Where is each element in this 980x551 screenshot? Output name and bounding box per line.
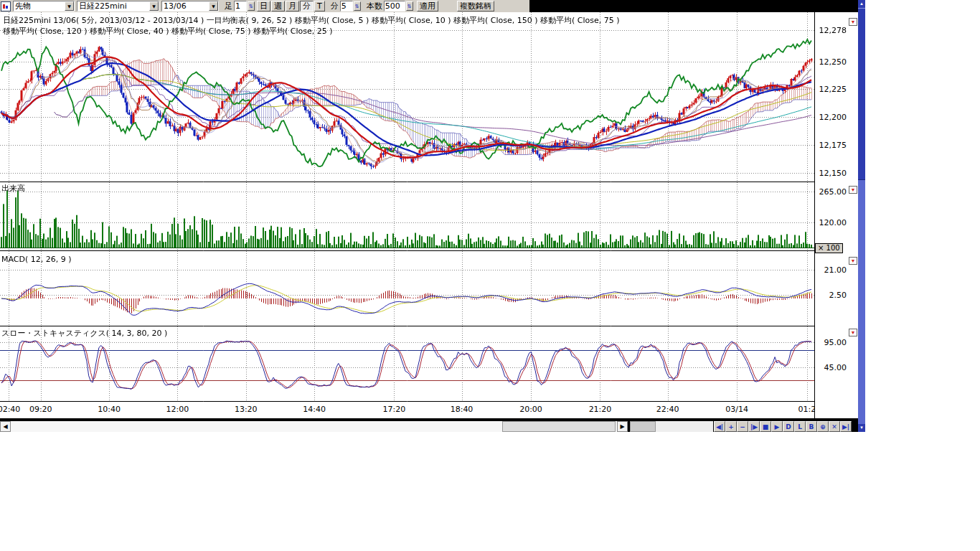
count-input-helper-button[interactable]: ⇅ (406, 1, 413, 11)
minute-input-helper-button[interactable]: ⇅ (354, 1, 361, 11)
time-axis-label: 14:40 (302, 405, 326, 414)
chart-nav-button-6[interactable]: ▶ (771, 421, 783, 432)
app-icon (1, 1, 11, 11)
time-axis-label: 21:20 (588, 405, 612, 414)
chart-nav-button-5[interactable]: ■ (760, 421, 771, 432)
vertical-scrollbar-thumb[interactable] (858, 8, 865, 180)
time-axis-label: 12:00 (165, 405, 189, 414)
period-button-2[interactable]: 週 (271, 1, 285, 11)
horizontal-scrollbar-thumb[interactable] (502, 421, 616, 432)
time-axis-label: 10:40 (97, 405, 121, 414)
price-axis-label: 12,250 (819, 57, 847, 67)
multi-symbol-button[interactable]: 複数銘柄 (457, 1, 494, 11)
instrument-type-value: 先物 (14, 1, 65, 11)
time-axis-label: 09:20 (29, 405, 53, 414)
period-button-5[interactable]: T (314, 1, 325, 11)
price-axis-label: 12,278 (819, 26, 847, 35)
chart-nav-button-4[interactable]: |▶ (748, 421, 760, 432)
vertical-scrollbar[interactable]: ▲ ▼ (858, 0, 865, 432)
chart-nav-button-10[interactable]: ⊕ (817, 421, 829, 432)
instrument-dropdown[interactable]: 日経225mini ▼ (77, 1, 159, 11)
time-axis-label: 02:40 (0, 405, 22, 414)
contract-month-value: 13/06 (162, 1, 209, 11)
minute-input[interactable] (340, 1, 353, 11)
bar-label: 足 (225, 1, 232, 11)
chart-nav-button-1[interactable]: ◀| (714, 421, 725, 432)
chart-region: 日経225mini 13/06( 5分, 2013/03/12 - 2013/0… (0, 12, 814, 418)
bottom-bar: ◀ ▶ ◀|+−|▶■▶DLB⊕✕▶| (0, 421, 858, 432)
macd-axis-label: 21.00 (824, 265, 847, 275)
chevron-down-icon[interactable]: ▼ (65, 1, 74, 11)
volume-axis-label: 120.00 (819, 218, 847, 227)
time-axis-label: 22:40 (656, 405, 680, 414)
chart-nav-button-9[interactable]: B (806, 421, 817, 432)
stoch-axis-label: 95.00 (824, 338, 847, 347)
scroll-right-icon[interactable]: ▶ (617, 421, 628, 432)
time-axis-label: 18:40 (450, 405, 474, 414)
price-axis-label: 12,200 (819, 113, 847, 122)
chart-nav-button-11[interactable]: ✕ (829, 421, 840, 432)
period-button-4[interactable]: 分 (300, 1, 314, 11)
chart-nav-button-3[interactable]: − (737, 421, 748, 432)
macd-axis-label: 2.50 (829, 291, 847, 300)
chevron-down-icon[interactable]: ▼ (209, 1, 218, 11)
stoch-axis-label: 45.00 (824, 363, 847, 372)
period-button-3[interactable]: 月 (286, 1, 299, 11)
chevron-down-icon[interactable]: ▼ (149, 1, 159, 11)
chart-canvas[interactable] (0, 12, 814, 402)
horizontal-scrollbar-track[interactable] (11, 421, 617, 432)
time-axis-label: 17:20 (382, 405, 406, 414)
contract-month-dropdown[interactable]: 13/06 ▼ (161, 1, 219, 11)
pane-scale-button-1[interactable]: ▼ (849, 18, 857, 26)
chart-nav-button-2[interactable]: + (725, 421, 737, 432)
toolbar-controls: 先物 ▼ 日経225mini ▼ 13/06 ▼ 足 ⇅ 日週月分T 分 ⇅ 本… (0, 0, 529, 12)
time-axis-label: 13:20 (234, 405, 258, 414)
minute-label: 分 (331, 1, 339, 11)
pane-scale-button-4[interactable]: ▼ (849, 329, 857, 336)
toolbar: 先物 ▼ 日経225mini ▼ 13/06 ▼ 足 ⇅ 日週月分T 分 ⇅ 本… (0, 0, 858, 12)
chart-nav-button-group: ◀|+−|▶■▶DLB⊕✕▶| (714, 421, 852, 432)
volume-axis-label: 265.00 (819, 187, 847, 197)
secondary-scrollbar-track[interactable] (630, 421, 713, 432)
period-button-1[interactable]: 日 (257, 1, 270, 11)
pane-scale-button-2[interactable]: ▼ (849, 186, 857, 194)
volume-multiplier-badge: × 100 (815, 243, 843, 253)
period-button-group: 日週月分T (256, 1, 325, 11)
price-axis-label: 12,175 (819, 141, 847, 150)
time-axis: 02:4009:2010:4012:0013:2014:4017:2018:40… (0, 402, 814, 418)
chart-nav-button-8[interactable]: L (794, 421, 806, 432)
price-axis-label: 12,225 (819, 85, 847, 94)
bar-input-helper-button[interactable]: ⇅ (248, 1, 255, 11)
time-axis-label: 03/14 (725, 405, 749, 414)
instrument-type-dropdown[interactable]: 先物 ▼ (13, 1, 75, 11)
chart-nav-button-12[interactable]: ▶| (840, 421, 852, 432)
pane-scale-button-3[interactable]: ▼ (849, 257, 857, 265)
bar-input[interactable] (234, 1, 247, 11)
axis-menu-buttons: ▼▼▼▼ (849, 12, 858, 418)
chart-nav-button-7[interactable]: D (783, 421, 794, 432)
time-axis-label: 20:00 (519, 405, 543, 414)
scroll-left-icon[interactable]: ◀ (0, 421, 11, 432)
count-label: 本数 (367, 1, 382, 11)
secondary-scrollbar-thumb[interactable] (630, 421, 656, 432)
scroll-down-icon[interactable]: ▼ (858, 424, 865, 432)
instrument-value: 日経225mini (77, 1, 149, 11)
time-axis-label: 01:2 (795, 405, 814, 414)
apply-button[interactable]: 適用 (417, 1, 438, 11)
scroll-up-icon[interactable]: ▲ (858, 0, 865, 8)
price-axis-label: 12,150 (819, 169, 847, 178)
chart-application-window: 先物 ▼ 日経225mini ▼ 13/06 ▼ 足 ⇅ 日週月分T 分 ⇅ 本… (0, 0, 865, 432)
value-axis: × 100 12,27812,25012,22512,20012,17512,1… (814, 12, 849, 418)
count-input[interactable] (384, 1, 405, 11)
